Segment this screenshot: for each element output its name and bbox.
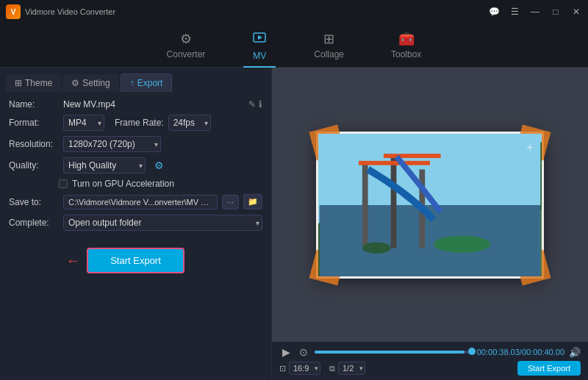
saveto-path: C:\Vidmore\Vidmore V...onverter\MV Expor… xyxy=(63,195,218,209)
framerate-select-wrapper: 24fps 30fps 60fps xyxy=(168,115,211,131)
saveto-label: Save to: xyxy=(9,197,59,207)
plus-icon: ＋ xyxy=(524,140,536,155)
resolution-row: Resolution: 1280x720 (720p) 1920x1080 (1… xyxy=(9,136,262,152)
maximize-button[interactable]: □ xyxy=(550,7,562,17)
close-button[interactable]: ✕ xyxy=(570,7,582,17)
controls-row2: ⊡ 16:9 4:3 ⧉ 1/2 Start Export xyxy=(279,361,581,376)
edit-name-icon[interactable]: ✎ xyxy=(248,99,256,110)
svg-marker-1 xyxy=(258,35,262,40)
format-label: Format: xyxy=(9,118,59,128)
time-display: 00:00:38.03/00:00:40.00 xyxy=(477,348,564,356)
mv-icon xyxy=(252,30,267,49)
title-bar-controls: 💬 ☰ — □ ✕ xyxy=(488,7,582,17)
right-panel: ＋ ▶ ⊙ 00:00:38.03/00:00:40.00 🔊 ⊡ xyxy=(272,68,588,380)
nav-tabs: ⚙ Converter MV ⊞ Collage 🧰 Toolbox xyxy=(0,24,588,68)
player-controls: ▶ ⊙ 00:00:38.03/00:00:40.00 🔊 ⊡ 16:9 4:3 xyxy=(272,342,588,380)
preview-video-content: ＋ xyxy=(318,134,542,276)
gpu-row: Turn on GPU Acceleration xyxy=(9,179,262,189)
tab-collage[interactable]: ⊞ Collage xyxy=(305,28,353,62)
start-export-small-button[interactable]: Start Export xyxy=(517,361,581,376)
name-row: Name: New MV.mp4 ✎ ℹ xyxy=(9,99,262,110)
svg-rect-4 xyxy=(362,162,368,247)
volume-icon[interactable]: 🔊 xyxy=(569,347,581,358)
complete-label: Complete: xyxy=(9,218,59,228)
format-select[interactable]: MP4 MOV AVI xyxy=(63,115,104,131)
ratio-select[interactable]: 16:9 4:3 xyxy=(289,362,320,375)
tab-mv[interactable]: MV xyxy=(243,27,276,64)
mv-label: MV xyxy=(253,51,266,61)
name-label: Name: xyxy=(9,99,59,110)
theme-icon: ⊞ xyxy=(15,78,22,88)
progress-bar[interactable] xyxy=(315,351,473,354)
app-icon: V xyxy=(6,4,21,19)
start-export-area: ← Start Export xyxy=(9,248,262,273)
menu-icon[interactable]: ☰ xyxy=(509,7,520,17)
format-row: Format: MP4 MOV AVI Frame Rate: 24fps 30… xyxy=(9,115,262,131)
resolution-select-wrapper: 1280x720 (720p) 1920x1080 (1080p) xyxy=(63,136,161,152)
gpu-label: Turn on GPU Acceleration xyxy=(72,179,174,189)
framerate-label: Frame Rate: xyxy=(115,118,164,128)
format-select-wrapper: MP4 MOV AVI xyxy=(63,115,104,131)
main-area: ⊞ Theme ⚙ Setting ↑ Export Name: New MV.… xyxy=(0,68,588,380)
quality-row: Quality: High Quality Medium Quality ⚙ xyxy=(9,157,262,173)
quality-select[interactable]: High Quality Medium Quality xyxy=(63,157,146,173)
name-value: New MV.mp4 xyxy=(63,99,244,110)
sub-tab-export[interactable]: ↑ Export xyxy=(121,74,173,92)
setting-icon: ⚙ xyxy=(71,78,79,88)
complete-select[interactable]: Open output folder Do nothing xyxy=(63,215,262,231)
sub-tab-theme[interactable]: ⊞ Theme xyxy=(6,74,61,92)
play-button[interactable]: ▶ xyxy=(279,346,293,358)
saveto-row: Save to: C:\Vidmore\Vidmore V...onverter… xyxy=(9,194,262,209)
export-label: Export xyxy=(137,78,163,88)
browse-button[interactable]: ··· xyxy=(222,195,239,209)
toolbox-label: Toolbox xyxy=(391,49,421,60)
complete-select-wrapper: Open output folder Do nothing xyxy=(63,215,262,231)
tab-converter[interactable]: ⚙ Converter xyxy=(158,28,215,62)
start-export-button[interactable]: Start Export xyxy=(87,248,184,273)
progress-thumb xyxy=(468,348,476,355)
page-select[interactable]: 1/2 xyxy=(338,362,365,375)
preview-frame: ＋ xyxy=(316,132,544,279)
toolbox-icon: 🧰 xyxy=(398,31,415,47)
svg-rect-8 xyxy=(384,154,441,158)
ratio-group: ⊡ 16:9 4:3 ⧉ 1/2 xyxy=(279,362,365,375)
svg-point-9 xyxy=(362,242,391,254)
svg-rect-7 xyxy=(359,160,430,165)
ratio-select-wrapper: 16:9 4:3 xyxy=(289,362,320,375)
left-panel: ⊞ Theme ⚙ Setting ↑ Export Name: New MV.… xyxy=(0,68,272,380)
snapshot-button[interactable]: ⊙ xyxy=(297,346,310,358)
quality-label: Quality: xyxy=(9,160,59,171)
theme-label: Theme xyxy=(25,78,52,88)
minimize-button[interactable]: — xyxy=(529,7,541,17)
ratio-icon: ⊡ xyxy=(279,364,286,373)
quality-gear-icon[interactable]: ⚙ xyxy=(154,159,164,171)
export-icon: ↑ xyxy=(130,78,135,88)
svg-rect-5 xyxy=(391,155,397,248)
video-preview: ＋ xyxy=(272,68,588,342)
folder-button[interactable]: 📁 xyxy=(243,194,262,209)
converter-icon: ⚙ xyxy=(180,31,192,47)
svg-point-10 xyxy=(434,235,491,252)
title-bar: V Vidmore Video Converter 💬 ☰ — □ ✕ xyxy=(0,0,588,24)
sub-tab-setting[interactable]: ⚙ Setting xyxy=(62,74,118,92)
complete-row: Complete: Open output folder Do nothing xyxy=(9,215,262,231)
resolution-select[interactable]: 1280x720 (720p) 1920x1080 (1080p) xyxy=(63,136,161,152)
info-icon[interactable]: ℹ xyxy=(259,99,262,110)
tab-toolbox[interactable]: 🧰 Toolbox xyxy=(382,28,430,62)
app-title: Vidmore Video Converter xyxy=(25,7,115,16)
export-form: Name: New MV.mp4 ✎ ℹ Format: MP4 MOV AVI xyxy=(0,92,271,380)
title-bar-left: V Vidmore Video Converter xyxy=(6,4,115,19)
name-icons: ✎ ℹ xyxy=(248,99,262,110)
progress-fill xyxy=(315,351,465,354)
page-select-wrapper: 1/2 xyxy=(338,362,365,375)
converter-label: Converter xyxy=(167,49,206,60)
collage-label: Collage xyxy=(314,49,344,60)
framerate-group: Frame Rate: 24fps 30fps 60fps xyxy=(115,115,211,131)
collage-icon: ⊞ xyxy=(323,31,334,47)
page-icon: ⧉ xyxy=(329,364,335,373)
framerate-select[interactable]: 24fps 30fps 60fps xyxy=(168,115,211,131)
gpu-checkbox[interactable] xyxy=(59,179,68,188)
resolution-label: Resolution: xyxy=(9,139,59,149)
sub-tabs: ⊞ Theme ⚙ Setting ↑ Export xyxy=(0,68,271,92)
message-icon[interactable]: 💬 xyxy=(488,7,500,17)
